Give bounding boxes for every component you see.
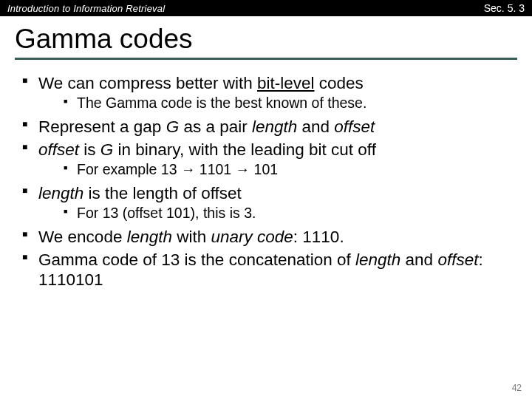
text: We can compress better with (38, 74, 257, 92)
text: with (172, 228, 211, 246)
bullet-3-sub: For example 13 → 1101 → 101 (64, 161, 514, 179)
slide-body: We can compress better with bit-level co… (0, 60, 532, 290)
text: Gamma code of 13 is the concatenation of (38, 250, 355, 269)
text-italic: offset (38, 140, 79, 159)
text-italic: offset (437, 250, 478, 269)
text: is (79, 140, 100, 159)
text: as a pair (179, 117, 252, 136)
bullet-4-sub: For 13 (offset 101), this is 3. (64, 205, 514, 222)
course-title: Introduction to Information Retrieval (7, 3, 165, 14)
text-italic: length (127, 228, 172, 246)
text-italic: length (355, 250, 400, 269)
bullet-3: offset is G in binary, with the leading … (22, 140, 514, 179)
text: : 1110. (293, 228, 344, 246)
bullet-1-sub: The Gamma code is the best known of thes… (64, 95, 514, 112)
slide-title: Gamma codes (15, 24, 517, 58)
section-label: Sec. 5. 3 (484, 2, 525, 14)
text: is the length of offset (83, 184, 241, 202)
page-number: 42 (512, 383, 522, 393)
text-italic: unary code (211, 228, 293, 246)
bullet-6: Gamma code of 13 is the concatenation of… (22, 250, 514, 290)
bullet-5: We encode length with unary code: 1110. (22, 227, 514, 247)
text-italic: length (252, 117, 297, 136)
text-italic: G (166, 117, 180, 136)
text: We encode (38, 228, 127, 246)
text-italic: length (38, 184, 83, 202)
text-italic: G (100, 140, 114, 159)
text: and (400, 250, 437, 269)
bullet-1: We can compress better with bit-level co… (22, 73, 514, 112)
text-underlined: bit-level (257, 74, 315, 92)
text: codes (314, 74, 363, 92)
bullet-2: Represent a gap G as a pair length and o… (22, 117, 514, 137)
text: Represent a gap (38, 117, 166, 136)
text: and (297, 117, 334, 136)
top-bar: Introduction to Information Retrieval Se… (0, 0, 532, 16)
bullet-4: length is the length of offset For 13 (o… (22, 183, 514, 222)
text-italic: offset (334, 117, 375, 136)
title-area: Gamma codes (0, 16, 532, 60)
text: in binary, with the leading bit cut off (113, 140, 376, 159)
